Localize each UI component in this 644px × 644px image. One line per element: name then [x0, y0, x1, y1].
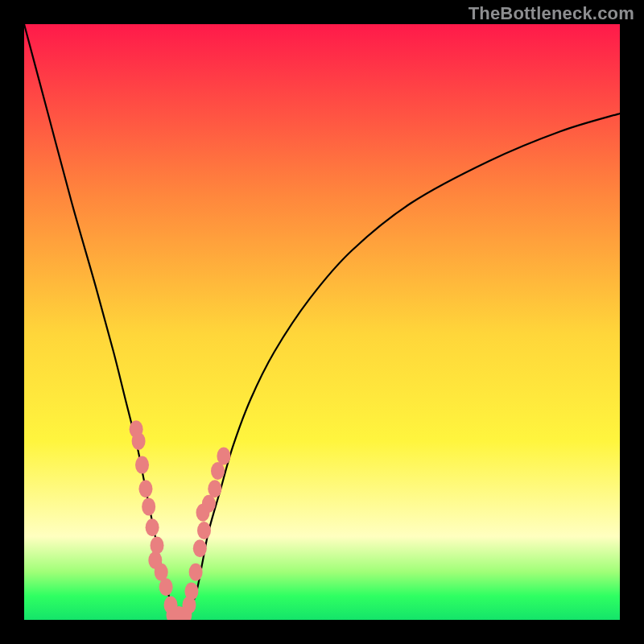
sample-marker: [146, 518, 159, 536]
sample-marker: [197, 522, 211, 539]
sample-marker: [193, 539, 207, 557]
gradient-background: [24, 24, 620, 620]
sample-marker: [189, 564, 203, 581]
sample-marker: [132, 432, 146, 450]
sample-marker: [142, 497, 155, 515]
plot-area: [24, 24, 620, 620]
sample-marker: [208, 480, 221, 497]
sample-marker: [138, 480, 152, 497]
chart-frame: TheBottleneck.com: [0, 0, 644, 644]
sample-marker: [217, 448, 230, 465]
sample-marker: [151, 537, 164, 555]
chart-svg: [24, 24, 620, 620]
sample-marker: [184, 582, 198, 600]
watermark-text: TheBottleneck.com: [469, 3, 634, 24]
sample-marker: [135, 456, 149, 474]
sample-marker: [159, 578, 173, 596]
